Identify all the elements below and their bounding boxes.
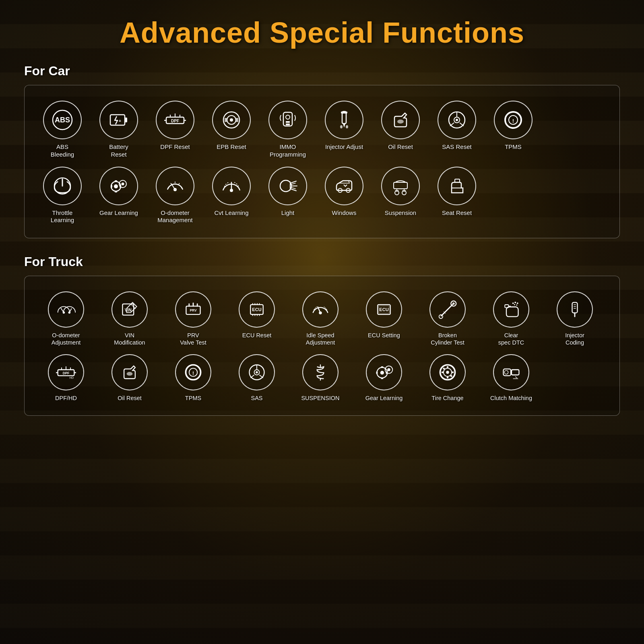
seat-reset-icon: [446, 175, 468, 197]
odometer-management-icon-circle: [156, 167, 194, 205]
injector-adjust-item: Injector Adjust: [316, 97, 372, 163]
epb-reset-icon-circle: [212, 101, 251, 139]
main-content: Advanced Special Functions For Car ABS A…: [0, 0, 644, 448]
clutch-matching-icon-circle: [493, 354, 529, 390]
truck-section: For Truck: [24, 254, 620, 416]
abs-bleeding-icon: ABS: [52, 109, 73, 131]
sas-reset-item: SAS Reset: [429, 97, 485, 163]
svg-rect-15: [225, 118, 227, 122]
battery-reset-item: + BatteryReset: [91, 97, 147, 163]
battery-reset-icon-circle: +: [99, 101, 138, 139]
tpms-truck-icon: !: [183, 362, 203, 382]
clear-spec-dtc-label: Clearspec DTC: [498, 332, 524, 346]
dpf-hd-item: DPF HD DPF/HD: [34, 350, 98, 406]
clear-spec-dtc-item: Clearspec DTC: [479, 287, 543, 350]
truck-row-1: O-dometerAdjustment VIN VINModification: [34, 287, 610, 350]
prv-valve-test-label: PRVValve Test: [180, 332, 206, 346]
svg-point-149: [442, 372, 444, 374]
gear-learning-truck-item: Gear Learning: [352, 350, 416, 406]
svg-rect-141: [381, 378, 384, 379]
prv-valve-test-icon-circle: PRV: [175, 291, 211, 328]
oil-reset-truck-label: Oil Reset: [118, 394, 142, 402]
tpms-truck-icon-circle: !: [175, 354, 211, 390]
abs-bleeding-label: ABSBleeding: [51, 143, 74, 159]
svg-line-46: [171, 184, 175, 190]
svg-rect-25: [341, 111, 347, 114]
suspension-item: Suspension: [372, 163, 429, 229]
svg-point-158: [504, 371, 508, 374]
svg-rect-44: [120, 185, 121, 188]
idle-speed-adjustment-icon-circle: [302, 291, 339, 328]
clear-spec-dtc-icon: [501, 299, 521, 320]
windows-item: Windows: [316, 163, 372, 229]
svg-text:ECU: ECU: [252, 307, 261, 312]
injector-coding-label: InjectorCoding: [565, 332, 584, 346]
windows-label: Windows: [332, 209, 357, 217]
svg-rect-143: [386, 372, 388, 374]
ecu-setting-icon-circle: ECU: [366, 291, 402, 328]
ecu-setting-icon: ECU: [374, 299, 394, 320]
svg-point-29: [456, 119, 458, 121]
throttle-learning-item: ThrottleLearning: [34, 163, 91, 229]
throttle-learning-icon: [52, 175, 73, 197]
car-section-box: ABS ABSBleeding: [24, 85, 620, 238]
svg-point-23: [340, 125, 343, 128]
vin-modification-icon: VIN: [120, 299, 140, 320]
clutch-matching-icon: [501, 362, 521, 382]
svg-point-14: [230, 118, 233, 122]
suspension-truck-label: SUSPENSION: [301, 394, 339, 402]
gear-learning-truck-icon-circle: [366, 354, 402, 390]
svg-rect-20: [286, 124, 290, 125]
truck-section-box: O-dometerAdjustment VIN VINModification: [24, 276, 620, 416]
vin-modification-icon-circle: VIN: [111, 291, 148, 328]
truck-section-title: For Truck: [24, 254, 620, 269]
svg-point-24: [346, 125, 348, 128]
svg-rect-16: [235, 118, 238, 122]
car-section: For Car ABS ABSBleeding: [24, 64, 620, 238]
suspension-label: Suspension: [385, 209, 416, 217]
immo-programming-icon: [277, 109, 299, 131]
gear-learning-icon-circle: [99, 167, 138, 205]
ecu-reset-icon-circle: ECU: [239, 291, 275, 328]
tpms-truck-label: TPMS: [185, 394, 201, 402]
tpms-icon-circle: !: [494, 101, 533, 139]
gear-learning-icon: [108, 175, 130, 197]
svg-point-124: [127, 372, 133, 376]
oil-reset-item: Oil Reset: [372, 97, 429, 163]
suspension-truck-icon: [310, 362, 330, 382]
prv-valve-test-icon: PRV: [183, 299, 203, 320]
svg-line-51: [179, 183, 180, 184]
seat-reset-label: Seat Reset: [442, 209, 472, 217]
ecu-reset-item: ECU ECU Reset: [225, 287, 289, 350]
svg-text:!: !: [512, 118, 514, 124]
sas-reset-icon-circle: [438, 101, 476, 139]
gear-learning-label: Gear Learning: [99, 209, 138, 217]
cvt-learning-item: Cvt Learning: [203, 163, 260, 229]
tire-change-item: Tire Change: [416, 350, 479, 406]
vin-modification-item: VIN VINModification: [98, 287, 161, 350]
svg-rect-19: [286, 121, 290, 123]
ecu-reset-icon: ECU: [247, 299, 267, 320]
svg-text:!: !: [192, 371, 194, 376]
svg-line-58: [291, 183, 295, 184]
svg-point-107: [514, 302, 516, 303]
svg-point-110: [516, 305, 518, 306]
svg-point-150: [452, 372, 454, 374]
prv-valve-test-item: PRV PRVValve Test: [161, 287, 225, 350]
dpf-hd-icon: DPF HD: [56, 362, 76, 382]
injector-coding-icon-circle: [557, 291, 593, 328]
svg-point-102: [439, 315, 443, 318]
sas-reset-icon: [446, 109, 468, 131]
dpf-reset-icon: DPF: [164, 109, 186, 131]
svg-point-130: [256, 371, 258, 374]
svg-point-38: [114, 184, 118, 188]
truck-row-2: DPF HD DPF/HD: [34, 350, 610, 406]
svg-rect-3: [125, 118, 127, 122]
tpms-truck-item: ! TPMS: [161, 350, 225, 406]
ecu-reset-label: ECU Reset: [242, 332, 272, 339]
svg-text:DPF: DPF: [171, 119, 179, 123]
svg-point-147: [447, 366, 449, 368]
odometer-adjustment-item: O-dometerAdjustment: [34, 287, 98, 350]
idle-speed-adjustment-item: Idle SpeedAdjustment: [289, 287, 352, 350]
clear-spec-dtc-icon-circle: [493, 291, 529, 328]
